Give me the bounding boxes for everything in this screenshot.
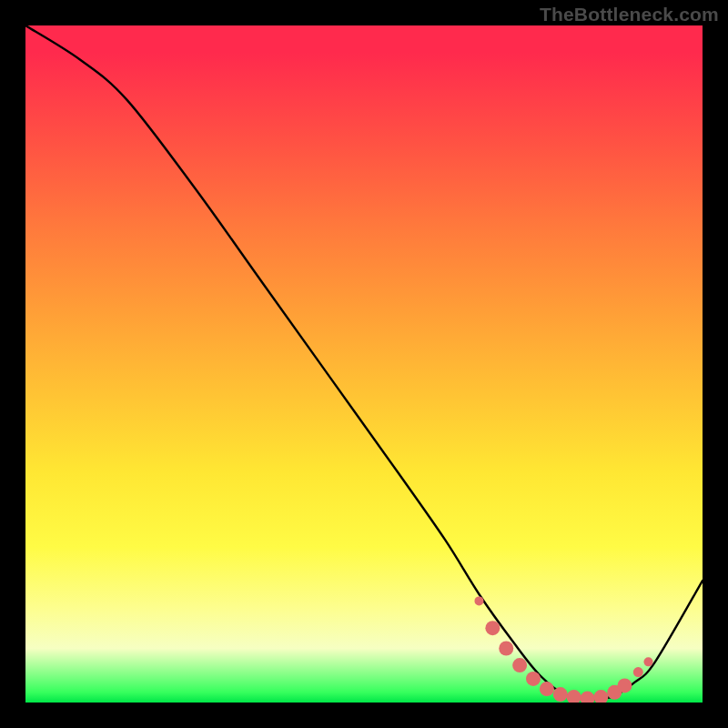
highlight-dot bbox=[553, 687, 568, 702]
highlight-dot bbox=[499, 641, 513, 655]
chart-frame: TheBottleneck.com bbox=[0, 0, 728, 728]
highlight-dot bbox=[593, 690, 608, 703]
highlight-dot bbox=[633, 667, 643, 677]
highlight-dot bbox=[540, 682, 554, 696]
curve-layer bbox=[25, 25, 703, 703]
highlight-dot bbox=[485, 621, 500, 635]
highlight-dot bbox=[581, 692, 595, 703]
highlight-dot bbox=[474, 596, 483, 605]
plot-area bbox=[25, 25, 703, 703]
main-curve-path bbox=[25, 25, 703, 699]
highlight-dot bbox=[617, 678, 632, 693]
highlight-dot bbox=[512, 658, 527, 672]
watermark-label: TheBottleneck.com bbox=[540, 4, 719, 25]
highlight-dots bbox=[474, 596, 652, 703]
highlight-dot bbox=[567, 690, 581, 703]
highlight-dot bbox=[526, 672, 541, 686]
highlight-dot bbox=[643, 657, 652, 666]
main-curve bbox=[25, 25, 703, 699]
